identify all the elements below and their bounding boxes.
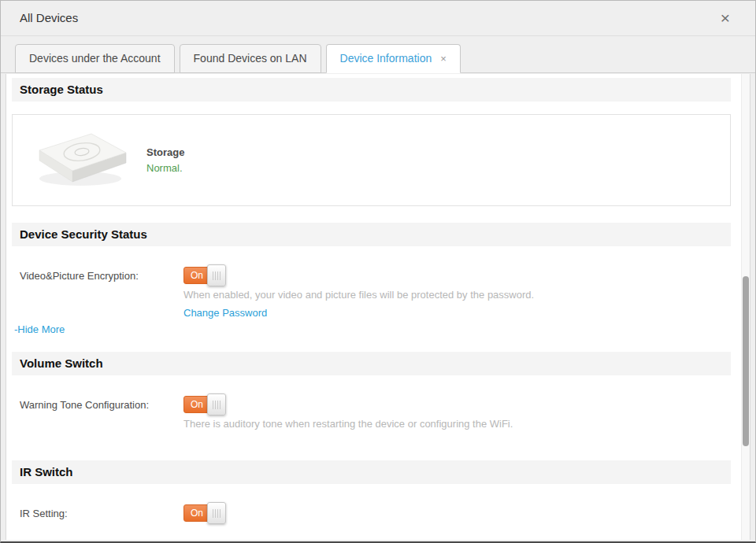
ir-setting-toggle[interactable]: On bbox=[183, 502, 226, 524]
storage-device-image bbox=[32, 127, 134, 194]
section-header-storage-status: Storage Status bbox=[12, 78, 731, 102]
toggle-handle[interactable] bbox=[207, 393, 226, 416]
storage-status-card: Storage Normal. bbox=[12, 114, 731, 206]
all-devices-dialog: All Devices × Devices under the Account … bbox=[0, 0, 756, 543]
tab-label: Device Information bbox=[340, 45, 432, 72]
storage-text-block: Storage Normal. bbox=[146, 146, 184, 174]
window-title: All Devices bbox=[20, 1, 78, 35]
storage-label: Storage bbox=[146, 146, 184, 158]
change-password-link[interactable]: Change Password bbox=[183, 307, 267, 319]
tab-device-information[interactable]: Device Information × bbox=[326, 44, 461, 73]
tab-found-devices-lan[interactable]: Found Devices on LAN bbox=[180, 44, 321, 73]
tab-label: Found Devices on LAN bbox=[194, 45, 307, 72]
toggle-handle[interactable] bbox=[207, 502, 226, 524]
hide-more-link[interactable]: -Hide More bbox=[14, 323, 65, 335]
encryption-label: Video&Picture Encryption: bbox=[12, 270, 183, 282]
warning-tone-toggle[interactable]: On bbox=[183, 393, 226, 416]
tab-label: Devices under the Account bbox=[29, 45, 161, 72]
panel-content: Storage Status bbox=[6, 74, 741, 540]
toggle-on-state: On bbox=[183, 396, 210, 413]
scrollbar-thumb[interactable] bbox=[743, 276, 749, 446]
encryption-description: When enabled, your video and picture fil… bbox=[183, 289, 731, 301]
ir-setting-row: IR Setting: On bbox=[12, 502, 731, 524]
section-header-device-security: Device Security Status bbox=[12, 223, 731, 246]
tab-devices-under-account[interactable]: Devices under the Account bbox=[15, 44, 175, 73]
warning-tone-description: There is auditory tone when restarting t… bbox=[183, 418, 731, 430]
section-header-volume-switch: Volume Switch bbox=[12, 352, 731, 375]
section-header-ir-switch: IR Switch bbox=[12, 460, 731, 484]
close-icon[interactable]: × bbox=[716, 9, 735, 28]
toggle-handle[interactable] bbox=[207, 264, 226, 286]
warning-tone-label: Warning Tone Configuration: bbox=[12, 399, 183, 411]
encryption-row: Video&Picture Encryption: On bbox=[12, 264, 731, 286]
scrollbar-track[interactable] bbox=[741, 74, 750, 540]
device-information-panel: Storage Status bbox=[6, 74, 750, 540]
tabstrip: Devices under the Account Found Devices … bbox=[1, 36, 755, 73]
tab-close-icon[interactable]: × bbox=[440, 54, 447, 64]
toggle-on-state: On bbox=[183, 504, 210, 522]
encryption-toggle[interactable]: On bbox=[183, 264, 226, 286]
ir-setting-label: IR Setting: bbox=[12, 508, 183, 519]
storage-status-value: Normal. bbox=[146, 162, 184, 174]
warning-tone-row: Warning Tone Configuration: On bbox=[12, 393, 731, 416]
titlebar: All Devices × bbox=[1, 1, 755, 36]
toggle-on-state: On bbox=[183, 267, 210, 284]
